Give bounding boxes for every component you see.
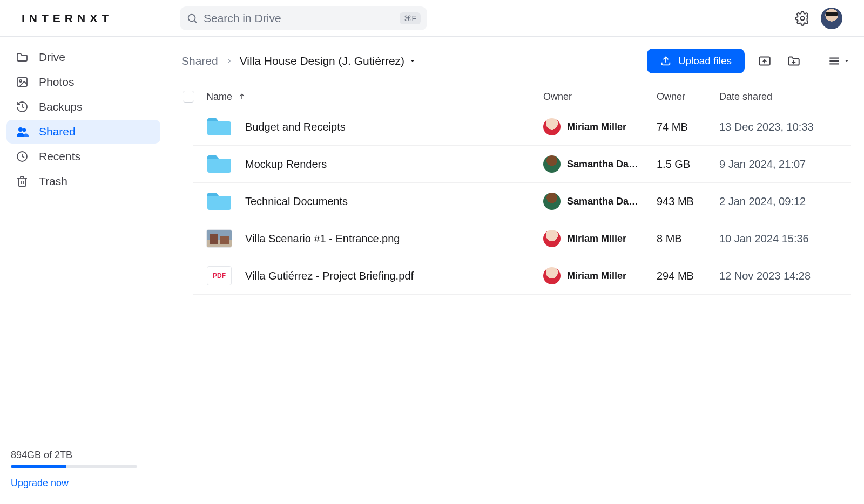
file-name: Villa Gutiérrez - Project Briefing.pdf <box>245 270 543 282</box>
storage-bar <box>11 465 137 468</box>
nav-list: Drive Photos Backups Shared <box>6 45 160 449</box>
owner-avatar <box>543 230 561 247</box>
file-table: Name Owner Owner Date shared Budget and … <box>180 85 851 295</box>
upload-button[interactable]: Upload files <box>647 49 745 73</box>
owner-name: Miriam Miller <box>567 121 626 133</box>
search-shortcut-badge: ⌘F <box>400 12 421 24</box>
sidebar-item-label: Backups <box>39 100 83 113</box>
image-thumbnail <box>206 229 232 248</box>
storage-bar-fill <box>11 465 66 468</box>
app-header: INTERNXT ⌘F <box>0 0 864 37</box>
sidebar-item-label: Photos <box>39 76 74 88</box>
folder-icon <box>15 51 29 64</box>
table-header: Name Owner Owner Date shared <box>180 85 851 108</box>
date-shared: 12 Nov 2023 14:28 <box>719 270 849 282</box>
settings-button[interactable] <box>795 11 810 26</box>
svg-point-4 <box>19 80 22 82</box>
search-input[interactable] <box>204 12 394 25</box>
table-row[interactable]: Mockup Renders Samantha Daw… 1.5 GB 9 Ja… <box>193 145 851 182</box>
file-name: Villa Scenario #1 - Entrance.png <box>245 233 543 245</box>
sidebar-item-label: Drive <box>39 51 65 64</box>
column-header-date[interactable]: Date shared <box>719 91 849 103</box>
table-row[interactable]: PDF Villa Gutiérrez - Project Briefing.p… <box>193 257 851 295</box>
select-all-checkbox[interactable] <box>183 91 194 103</box>
file-name: Budget and Receipts <box>245 121 543 133</box>
clock-icon <box>15 150 29 163</box>
sidebar-item-label: Shared <box>39 125 76 138</box>
table-row[interactable]: Technical Documents Samantha Daw… 943 MB… <box>193 182 851 220</box>
file-size: 294 MB <box>657 270 719 282</box>
chevron-right-icon <box>225 57 233 65</box>
folder-icon <box>206 117 232 137</box>
column-header-owner[interactable]: Owner <box>543 91 657 103</box>
caret-down-icon <box>409 57 416 65</box>
user-avatar[interactable] <box>821 8 842 29</box>
sidebar-item-shared[interactable]: Shared <box>6 120 160 144</box>
table-body: Budget and Receipts Miriam Miller 74 MB … <box>193 108 851 295</box>
search-icon <box>186 12 198 24</box>
svg-point-5 <box>18 127 23 132</box>
brand-logo: INTERNXT <box>22 12 113 25</box>
search-bar[interactable]: ⌘F <box>180 6 427 30</box>
sidebar-item-label: Trash <box>39 175 68 188</box>
breadcrumb-current-label: Villa House Design (J. Gutiérrez) <box>240 55 404 67</box>
owner-avatar <box>543 155 561 173</box>
new-folder-button[interactable] <box>785 52 803 70</box>
gear-icon <box>795 11 810 26</box>
sidebar: Drive Photos Backups Shared <box>0 37 167 504</box>
svg-point-6 <box>23 128 26 132</box>
upload-icon <box>660 55 672 67</box>
owner-avatar <box>543 267 561 284</box>
file-name: Technical Documents <box>245 195 543 208</box>
date-shared: 2 Jan 2024, 09:12 <box>719 195 849 208</box>
owner-name: Miriam Miller <box>567 270 626 282</box>
sidebar-item-recents[interactable]: Recents <box>6 145 160 168</box>
svg-line-1 <box>194 21 197 23</box>
date-shared: 9 Jan 2024, 21:07 <box>719 158 849 171</box>
storage-label: 894GB of 2TB <box>11 449 156 461</box>
file-size: 8 MB <box>657 233 719 245</box>
svg-point-2 <box>801 16 805 20</box>
trash-icon <box>15 175 29 188</box>
sidebar-item-drive[interactable]: Drive <box>6 45 160 69</box>
file-size: 943 MB <box>657 195 719 208</box>
table-row[interactable]: Budget and Receipts Miriam Miller 74 MB … <box>193 108 851 145</box>
upload-cloud-button[interactable] <box>755 52 774 70</box>
upload-folder-icon <box>758 54 772 68</box>
folder-plus-icon <box>787 54 801 68</box>
svg-rect-3 <box>17 78 27 86</box>
column-header-name[interactable]: Name <box>206 91 543 103</box>
file-size: 74 MB <box>657 121 719 133</box>
sidebar-item-label: Recents <box>39 150 80 163</box>
date-shared: 13 Dec 2023, 10:33 <box>719 121 849 133</box>
breadcrumb-current[interactable]: Villa House Design (J. Gutiérrez) <box>240 55 416 67</box>
upgrade-link[interactable]: Upgrade now <box>11 478 156 489</box>
owner-name: Miriam Miller <box>567 233 626 244</box>
list-view-icon <box>827 54 841 68</box>
view-toggle[interactable] <box>827 54 850 68</box>
image-icon <box>15 76 29 88</box>
toolbar: Shared Villa House Design (J. Gutiérrez)… <box>180 49 851 73</box>
caret-down-icon <box>843 58 850 64</box>
toolbar-divider <box>815 52 815 70</box>
storage-widget: 894GB of 2TB Upgrade now <box>6 449 160 495</box>
sidebar-item-backups[interactable]: Backups <box>6 95 160 119</box>
pdf-icon: PDF <box>206 266 232 285</box>
main-content: Shared Villa House Design (J. Gutiérrez)… <box>167 37 864 504</box>
sidebar-item-photos[interactable]: Photos <box>6 70 160 94</box>
people-icon <box>15 125 29 138</box>
breadcrumb-root[interactable]: Shared <box>181 55 218 67</box>
owner-avatar <box>543 193 561 210</box>
svg-point-0 <box>188 14 195 21</box>
history-icon <box>15 100 29 113</box>
sort-asc-icon <box>238 92 246 101</box>
sidebar-item-trash[interactable]: Trash <box>6 169 160 193</box>
table-row[interactable]: Villa Scenario #1 - Entrance.png Miriam … <box>193 220 851 257</box>
column-header-owner-2[interactable]: Owner <box>657 91 719 103</box>
folder-icon <box>206 154 232 174</box>
column-name-label: Name <box>206 91 232 103</box>
date-shared: 10 Jan 2024 15:36 <box>719 233 849 245</box>
owner-name: Samantha Daw… <box>567 196 643 207</box>
file-size: 1.5 GB <box>657 158 719 171</box>
owner-avatar <box>543 118 561 135</box>
